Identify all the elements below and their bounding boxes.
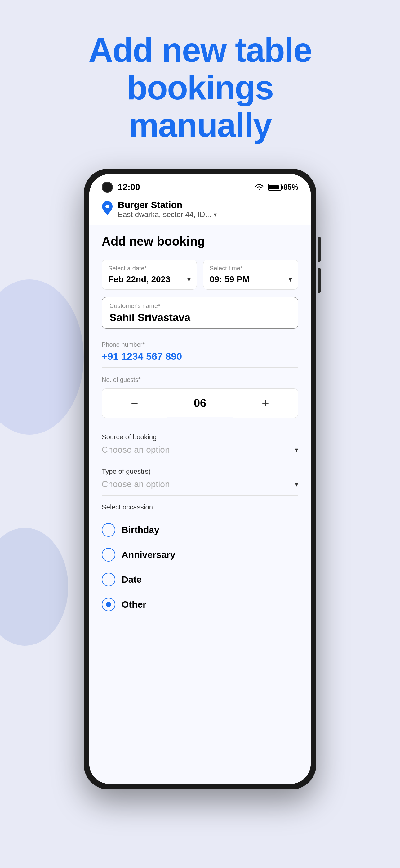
date-label: Select a date* bbox=[108, 265, 190, 272]
phone-mockup: 12:00 85% bbox=[84, 168, 316, 789]
location-pin-icon bbox=[102, 201, 113, 218]
phone-number-field[interactable]: Phone number* +91 1234 567 890 bbox=[102, 336, 298, 368]
source-dropdown-control[interactable]: Choose an option ▾ bbox=[102, 445, 298, 455]
occasion-anniversary-label: Anniversary bbox=[122, 550, 175, 560]
guests-value: 06 bbox=[167, 389, 233, 417]
customer-name-field[interactable]: Customer's name* Sahil Srivastava bbox=[102, 297, 298, 329]
status-bar: 12:00 85% bbox=[89, 174, 311, 196]
radio-date[interactable] bbox=[102, 573, 115, 586]
status-bar-left: 12:00 bbox=[102, 182, 140, 193]
occasion-anniversary[interactable]: Anniversary bbox=[102, 542, 298, 567]
status-time: 12:00 bbox=[118, 182, 140, 192]
battery-icon: 85% bbox=[268, 183, 298, 191]
type-label: Type of guest(s) bbox=[102, 468, 298, 475]
form-title: Add new booking bbox=[102, 235, 298, 248]
phone-screen: 12:00 85% bbox=[89, 174, 311, 784]
time-value: 09: 59 PM ▾ bbox=[210, 274, 292, 284]
wifi-icon bbox=[254, 183, 264, 191]
date-time-row: Select a date* Feb 22nd, 2023 ▾ Select t… bbox=[102, 259, 298, 290]
time-dropdown-arrow: ▾ bbox=[289, 276, 292, 283]
side-button-2 bbox=[318, 268, 321, 293]
occasion-birthday-label: Birthday bbox=[122, 525, 159, 535]
radio-other-inner bbox=[106, 602, 111, 607]
source-dropdown-arrow: ▾ bbox=[295, 445, 298, 454]
guests-decrement-button[interactable]: − bbox=[102, 389, 167, 417]
type-placeholder: Choose an option bbox=[102, 479, 170, 489]
source-of-booking-field[interactable]: Source of booking Choose an option ▾ bbox=[102, 427, 298, 461]
chevron-down-icon: ▾ bbox=[214, 211, 217, 218]
occasion-section: Select occassion Birthday Anniversary bbox=[102, 496, 298, 624]
occasion-other-label: Other bbox=[122, 599, 146, 610]
page-title: Add new table bookings manually bbox=[88, 31, 312, 144]
location-name: Burger Station bbox=[118, 199, 298, 210]
date-picker-field[interactable]: Select a date* Feb 22nd, 2023 ▾ bbox=[102, 259, 197, 290]
radio-other[interactable] bbox=[102, 598, 115, 611]
occasion-label: Select occassion bbox=[102, 503, 298, 511]
occasion-date[interactable]: Date bbox=[102, 567, 298, 592]
radio-anniversary[interactable] bbox=[102, 548, 115, 562]
bg-blob-left bbox=[0, 279, 84, 435]
type-dropdown-control[interactable]: Choose an option ▾ bbox=[102, 479, 298, 489]
radio-birthday[interactable] bbox=[102, 523, 115, 537]
guests-controls: − 06 + bbox=[102, 389, 298, 418]
time-label: Select time* bbox=[210, 265, 292, 272]
type-of-guests-field[interactable]: Type of guest(s) Choose an option ▾ bbox=[102, 461, 298, 496]
customer-name-value: Sahil Srivastava bbox=[109, 311, 291, 323]
bg-blob-bottom-left bbox=[0, 528, 68, 646]
occasion-birthday[interactable]: Birthday bbox=[102, 518, 298, 542]
customer-name-label: Customer's name* bbox=[109, 302, 291, 310]
time-picker-field[interactable]: Select time* 09: 59 PM ▾ bbox=[203, 259, 298, 290]
side-button-1 bbox=[318, 237, 321, 262]
source-placeholder: Choose an option bbox=[102, 445, 170, 455]
type-dropdown-arrow: ▾ bbox=[295, 480, 298, 489]
page-header: Add new table bookings manually bbox=[64, 31, 336, 144]
location-bar[interactable]: Burger Station East dwarka, sector 44, I… bbox=[89, 196, 311, 225]
svg-point-0 bbox=[105, 205, 109, 208]
guests-section: No. of guests* − 06 + bbox=[102, 370, 298, 424]
phone-outer: 12:00 85% bbox=[84, 168, 316, 789]
location-address: East dwarka, sector 44, ID... ▾ bbox=[118, 210, 298, 219]
guests-increment-button[interactable]: + bbox=[233, 389, 298, 417]
occasion-other[interactable]: Other bbox=[102, 592, 298, 617]
status-bar-right: 85% bbox=[254, 183, 298, 191]
camera-dot bbox=[102, 182, 113, 193]
guests-label: No. of guests* bbox=[102, 376, 298, 383]
date-dropdown-arrow: ▾ bbox=[187, 276, 190, 283]
location-info: Burger Station East dwarka, sector 44, I… bbox=[118, 199, 298, 219]
source-label: Source of booking bbox=[102, 433, 298, 441]
phone-number-label: Phone number* bbox=[102, 341, 298, 348]
date-value: Feb 22nd, 2023 ▾ bbox=[108, 274, 190, 284]
occasion-date-label: Date bbox=[122, 574, 142, 585]
main-form-content: Add new booking Select a date* Feb 22nd,… bbox=[89, 225, 311, 784]
phone-number-value: +91 1234 567 890 bbox=[102, 351, 298, 362]
